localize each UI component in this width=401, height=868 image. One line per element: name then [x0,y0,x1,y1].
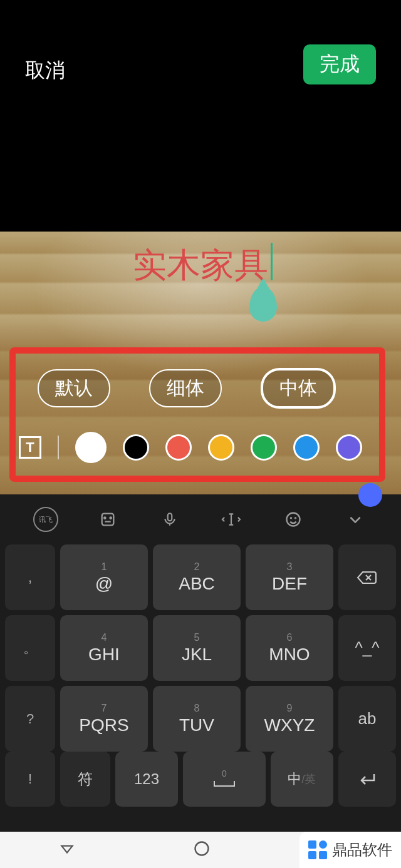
watermark-logo-icon [308,840,327,859]
keyboard-punctuation-column: , 。 ? [5,544,55,752]
key-ab[interactable]: ab [338,686,396,752]
nav-home-icon[interactable] [193,840,211,860]
floating-indicator [358,483,382,507]
key-question[interactable]: ? [5,686,55,752]
key-ghi[interactable]: 4GHI [60,615,148,681]
key-space[interactable]: 0 [183,752,266,807]
microphone-icon[interactable] [157,507,182,532]
key-pqrs[interactable]: 7PQRS [60,686,148,752]
key-def[interactable]: 3DEF [246,544,333,610]
key-mno[interactable]: 6MNO [246,615,333,681]
lang-zh-label: 中 [288,770,301,789]
font-style-row: 默认 细体 中体 [0,368,401,409]
emoji-icon[interactable] [281,507,306,532]
key-period[interactable]: 。 [5,615,55,681]
svg-point-2 [110,518,111,519]
key-enter[interactable] [338,752,396,807]
selection-handle[interactable] [249,287,277,322]
ime-brand-icon[interactable]: 讯飞 [33,507,58,532]
key-@[interactable]: 1@ [60,544,148,610]
key-emoticon[interactable]: ^_^ [338,615,396,681]
color-swatch-red[interactable] [165,434,192,461]
font-default-button[interactable]: 默认 [38,369,110,407]
text-input-overlay[interactable]: 实木家具 [133,243,268,288]
color-swatch-green[interactable] [251,434,277,461]
color-swatch-black[interactable] [123,434,149,461]
cursor-mode-icon[interactable] [219,507,244,532]
cancel-button[interactable]: 取消 [25,57,65,84]
lang-en-label: /英 [301,772,316,787]
edit-canvas[interactable]: 实木家具 默认 细体 中体 T [0,232,401,494]
watermark-badge: 鼎品软件 [299,832,401,868]
key-tuv[interactable]: 8TUV [153,686,241,752]
font-medium-button[interactable]: 中体 [261,368,336,409]
ime-keyboard: 讯飞 , 。 ? 1@2ABC3DEF4GHI5JKL6MNO7PQRS8TUV… [0,494,401,832]
svg-point-4 [286,513,299,526]
color-swatch-blue[interactable] [293,434,320,461]
key-wxyz[interactable]: 9WXYZ [246,686,333,752]
divider [58,436,59,459]
key-jkl[interactable]: 5JKL [153,615,241,681]
key-symbols[interactable]: 符 [60,752,110,807]
clipboard-icon[interactable] [95,507,120,532]
text-box-icon[interactable]: T [19,436,41,459]
font-thin-button[interactable]: 细体 [149,369,222,407]
key-language-toggle[interactable]: 中/英 [271,752,333,807]
space-key-num: 0 [222,768,227,779]
svg-point-5 [291,518,291,518]
color-swatch-purple[interactable] [336,434,362,461]
key-comma[interactable]: , [5,544,55,610]
key-123[interactable]: 123 [115,752,178,807]
svg-rect-0 [102,514,114,526]
header-bar: 取消 完成 [0,0,401,100]
keyboard-toolbar: 讯飞 [0,494,401,544]
keyboard-function-column: ^_^ ab [338,544,396,752]
color-swatch-white[interactable] [75,432,107,463]
svg-point-6 [295,518,296,518]
color-swatch-yellow[interactable] [208,434,234,461]
watermark-text: 鼎品软件 [332,840,392,860]
done-button[interactable]: 完成 [303,44,376,84]
key-abc[interactable]: 2ABC [153,544,241,610]
key-backspace[interactable] [338,544,396,610]
nav-back-icon[interactable] [59,840,75,859]
svg-point-7 [195,842,209,855]
svg-point-1 [104,518,105,519]
collapse-keyboard-icon[interactable] [343,507,368,532]
key-exclaim[interactable]: ! [5,752,55,807]
color-picker-row: T [0,432,401,463]
text-cursor [271,243,273,280]
svg-rect-3 [167,513,172,521]
